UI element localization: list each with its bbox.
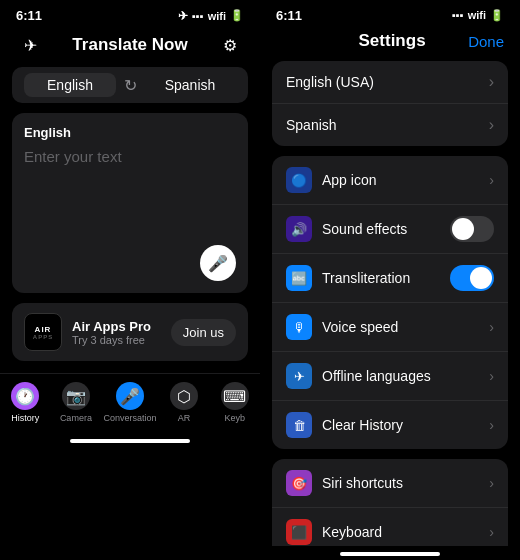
sound-effects-row[interactable]: 🔊 Sound effects bbox=[272, 205, 508, 254]
tab-history[interactable]: 🕐 History bbox=[2, 382, 48, 423]
wifi-right-icon: wifi bbox=[468, 9, 486, 22]
tab-camera[interactable]: 📷 Camera bbox=[53, 382, 99, 423]
tab-ar[interactable]: ⬡ AR bbox=[161, 382, 207, 423]
tab-keyboard-label: Keyb bbox=[224, 413, 245, 423]
time-left: 6:11 bbox=[16, 8, 42, 23]
status-icons-right: ▪▪▪ wifi 🔋 bbox=[452, 9, 504, 22]
language-switcher: English ↻ Spanish bbox=[12, 67, 248, 103]
ar-icon: ⬡ bbox=[170, 382, 198, 410]
clear-history-row[interactable]: 🗑 Clear History › bbox=[272, 401, 508, 449]
logo-line2: APPS bbox=[33, 334, 53, 340]
transliteration-row[interactable]: 🔤 Transliteration bbox=[272, 254, 508, 303]
input-language-label: English bbox=[24, 125, 236, 140]
offline-languages-label: Offline languages bbox=[322, 368, 479, 384]
offline-languages-row[interactable]: ✈ Offline languages › bbox=[272, 352, 508, 401]
english-usa-label: English (USA) bbox=[286, 74, 489, 90]
logo-line1: AIR bbox=[35, 325, 52, 334]
swap-languages-icon[interactable]: ↻ bbox=[116, 76, 144, 95]
right-panel: 6:11 ▪▪▪ wifi 🔋 Settings Done English (U… bbox=[260, 0, 520, 560]
settings-nav: Settings Done bbox=[260, 27, 520, 61]
air-apps-logo: AIR APPS bbox=[24, 313, 62, 351]
keyboard-row[interactable]: ⬛ Keyboard › bbox=[272, 508, 508, 546]
status-icons-left: ✈ ▪▪▪ wifi 🔋 bbox=[178, 9, 244, 23]
translation-input-area[interactable]: English Enter your text 🎤 bbox=[12, 113, 248, 293]
app-icon-label: App icon bbox=[322, 172, 479, 188]
settings-icon[interactable]: ⚙ bbox=[216, 31, 244, 59]
extra-settings-group: 🎯 Siri shortcuts › ⬛ Keyboard › 🔵 Transl… bbox=[272, 459, 508, 546]
english-chevron-icon: › bbox=[489, 73, 494, 91]
keyboard-chevron: › bbox=[489, 524, 494, 540]
app-title: Translate Now bbox=[72, 35, 187, 55]
keyboard-settings-icon: ⬛ bbox=[286, 519, 312, 545]
camera-icon: 📷 bbox=[62, 382, 90, 410]
status-bar-right: 6:11 ▪▪▪ wifi 🔋 bbox=[260, 0, 520, 27]
offline-chevron: › bbox=[489, 368, 494, 384]
clear-history-icon: 🗑 bbox=[286, 412, 312, 438]
promo-subtitle: Try 3 days free bbox=[72, 334, 161, 346]
settings-scroll-area[interactable]: English (USA) › Spanish › 🔵 App icon › 🔊 bbox=[260, 61, 520, 546]
english-usa-row[interactable]: English (USA) › bbox=[272, 61, 508, 104]
spanish-label: Spanish bbox=[286, 117, 489, 133]
keyboard-label: Keyboard bbox=[322, 524, 479, 540]
siri-chevron: › bbox=[489, 475, 494, 491]
spanish-chevron-icon: › bbox=[489, 116, 494, 134]
siri-shortcuts-row[interactable]: 🎯 Siri shortcuts › bbox=[272, 459, 508, 508]
lang-from-btn[interactable]: English bbox=[24, 73, 116, 97]
sound-effects-toggle[interactable] bbox=[450, 216, 494, 242]
done-button[interactable]: Done bbox=[468, 33, 504, 50]
bottom-tab-bar: 🕐 History 📷 Camera 🎤 Conversation ⬡ AR ⌨… bbox=[0, 373, 260, 439]
time-right: 6:11 bbox=[276, 8, 302, 23]
wifi-icon: wifi bbox=[208, 10, 226, 22]
transliteration-icon: 🔤 bbox=[286, 265, 312, 291]
home-indicator-left bbox=[70, 439, 190, 443]
tab-conversation[interactable]: 🎤 Conversation bbox=[103, 382, 156, 423]
signal-icon: ▪▪▪ bbox=[192, 10, 204, 22]
siri-shortcuts-icon: 🎯 bbox=[286, 470, 312, 496]
transliteration-toggle[interactable] bbox=[450, 265, 494, 291]
spanish-row[interactable]: Spanish › bbox=[272, 104, 508, 146]
settings-title: Settings bbox=[359, 31, 426, 51]
tab-ar-label: AR bbox=[178, 413, 191, 423]
clear-history-chevron: › bbox=[489, 417, 494, 433]
join-button[interactable]: Join us bbox=[171, 319, 236, 346]
tab-history-label: History bbox=[11, 413, 39, 423]
sound-effects-label: Sound effects bbox=[322, 221, 440, 237]
app-icon-row[interactable]: 🔵 App icon › bbox=[272, 156, 508, 205]
tab-keyboard[interactable]: ⌨ Keyb bbox=[212, 382, 258, 423]
status-bar-left: 6:11 ✈ ▪▪▪ wifi 🔋 bbox=[0, 0, 260, 27]
airplane-mode-icon[interactable]: ✈ bbox=[16, 31, 44, 59]
voice-speed-label: Voice speed bbox=[322, 319, 479, 335]
siri-shortcuts-label: Siri shortcuts bbox=[322, 475, 479, 491]
battery-icon: 🔋 bbox=[230, 9, 244, 22]
conversation-icon: 🎤 bbox=[116, 382, 144, 410]
mic-button[interactable]: 🎤 bbox=[200, 245, 236, 281]
left-panel: 6:11 ✈ ▪▪▪ wifi 🔋 ✈ Translate Now ⚙ Engl… bbox=[0, 0, 260, 560]
promo-banner: AIR APPS Air Apps Pro Try 3 days free Jo… bbox=[12, 303, 248, 361]
transliteration-label: Transliteration bbox=[322, 270, 440, 286]
tab-camera-label: Camera bbox=[60, 413, 92, 423]
clear-history-label: Clear History bbox=[322, 417, 479, 433]
toggle-knob-trans bbox=[470, 267, 492, 289]
home-indicator-right bbox=[340, 552, 440, 556]
tab-conversation-label: Conversation bbox=[103, 413, 156, 423]
offline-languages-icon: ✈ bbox=[286, 363, 312, 389]
battery-right-icon: 🔋 bbox=[490, 9, 504, 22]
app-icon-icon: 🔵 bbox=[286, 167, 312, 193]
signal-right-icon: ▪▪▪ bbox=[452, 9, 464, 22]
voice-speed-row[interactable]: 🎙 Voice speed › bbox=[272, 303, 508, 352]
top-nav: ✈ Translate Now ⚙ bbox=[0, 27, 260, 67]
toggle-knob-sound bbox=[452, 218, 474, 240]
lang-to-btn[interactable]: Spanish bbox=[144, 73, 236, 97]
history-icon: 🕐 bbox=[11, 382, 39, 410]
language-settings-group: English (USA) › Spanish › bbox=[272, 61, 508, 146]
airplane-icon: ✈ bbox=[178, 9, 188, 23]
sound-effects-icon: 🔊 bbox=[286, 216, 312, 242]
keyboard-icon: ⌨ bbox=[221, 382, 249, 410]
voice-speed-icon: 🎙 bbox=[286, 314, 312, 340]
promo-text: Air Apps Pro Try 3 days free bbox=[72, 319, 161, 346]
promo-title: Air Apps Pro bbox=[72, 319, 161, 334]
input-placeholder: Enter your text bbox=[24, 148, 236, 165]
main-settings-group: 🔵 App icon › 🔊 Sound effects 🔤 Translite… bbox=[272, 156, 508, 449]
app-icon-chevron: › bbox=[489, 172, 494, 188]
voice-speed-chevron: › bbox=[489, 319, 494, 335]
